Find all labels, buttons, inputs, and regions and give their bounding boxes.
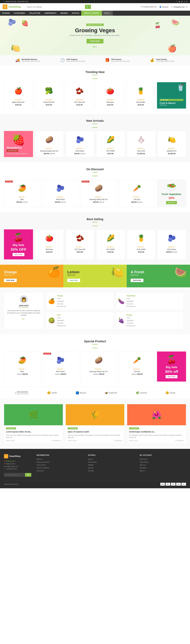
product-card[interactable]: 🥦 ★★★★★ Canon EOS 5D $122.00 — [35, 82, 63, 108]
promo-tag[interactable]: SHOP NOW — [160, 99, 183, 101]
product-card[interactable]: 🍅 ★★★★★ iPod Nano $122.00 — [96, 82, 124, 108]
footer-link[interactable]: Affiliates — [88, 464, 94, 466]
tdot-1[interactable] — [22, 318, 23, 320]
header-cart[interactable]: 🛒 Shopping Cart : 0 — [171, 6, 187, 8]
grapes-link-cats: FruitsVegetablesChocolatePersonal care — [126, 316, 135, 327]
product-img: 🫐 — [159, 232, 184, 245]
footer-link[interactable]: Gift Vouchers — [88, 461, 97, 463]
nav-brands[interactable]: BRANDS — [58, 11, 70, 16]
product-card[interactable]: 🍍 ★★★★☆ iPod Shuffle $122.00 — [127, 230, 155, 260]
brand-butterfly[interactable]: 🦋 butterfly — [105, 391, 117, 394]
banner-orange[interactable]: 🍊 Orange Daily Fruits SHOP NOW — [0, 265, 63, 287]
product-card[interactable]: 🧄 ★★★★☆ Sony VAIO $1,202.00 — [127, 131, 155, 157]
blog-card[interactable]: 🌾 Uncategories Upon of seasons earth The… — [66, 404, 125, 444]
product-card[interactable]: 🌽 ★★★★☆ HP LP3065 $122.00 — [96, 131, 125, 157]
nav-fashion[interactable]: FASHION — [0, 11, 12, 16]
top-bar-left: 📞 ORDER ONLINE +(800) 0000 1234 — [3, 1, 28, 2]
footer-link[interactable]: Terms & Conditions — [37, 467, 49, 469]
product-card[interactable]: 🍅 ★★★★☆ iPod Nano $122.00 — [35, 230, 64, 260]
footer-link[interactable]: Privacy Policy — [37, 464, 46, 466]
product-card[interactable]: 🥔 ★★★★☆ Samsung Galaxy Tab 10.1 $20.00$2… — [35, 131, 64, 157]
brand-branding[interactable]: △ BRANDING GRAPHIC DESIGN — [15, 391, 28, 395]
product-card[interactable]: 🌽 ★★★★☆ HP LP3065 $122.00 — [96, 230, 125, 260]
banner-orange-shop-btn[interactable]: SHOP NOW — [4, 279, 17, 282]
veg-promo-shop-btn[interactable]: Shop Now — [166, 201, 177, 204]
newsletter-input[interactable] — [4, 473, 25, 477]
twitter-icon[interactable]: t — [177, 1, 178, 2]
top-bar: 📞 ORDER ONLINE +(800) 0000 1234 f t ▶ g+… — [0, 0, 190, 3]
product-card[interactable]: 🫐 ★★★★☆ iPod Classic $38.00$122.00 — [66, 131, 94, 157]
header-account[interactable]: 👤 Account — [159, 6, 168, 8]
footer-link[interactable]: Site Map — [88, 470, 94, 472]
footer-link[interactable]: Returns — [140, 470, 145, 472]
trending-promo-card[interactable]: 🥤 SHOP NOW Fresh & Natural TROPICAL — [157, 82, 186, 108]
googleplus-icon[interactable]: g+ — [181, 1, 183, 2]
product-link-kiwi[interactable]: 🥝 Kiwi FruitsVegetablesChocolatePersonal… — [46, 312, 114, 329]
strawberry-featured-card[interactable]: 🍓 Strawberry Find 30% OFF Exclusive Head… — [4, 131, 33, 157]
footer-link[interactable]: About Us — [37, 458, 43, 460]
logo[interactable]: S SmartShop — [3, 4, 23, 9]
product-card[interactable]: 🫐 ★★★★☆ iPod Classic $38.00$122.00 — [42, 180, 79, 207]
nav-collection[interactable]: COLLECTION — [27, 11, 42, 16]
brand-natural[interactable]: 🌿 natural — [136, 391, 147, 394]
product-card[interactable]: 🥕 ★★★★☆ Vivo Ipro $102.00 $26.00 — [119, 352, 155, 382]
youtube-icon[interactable]: ▶ — [179, 1, 180, 2]
product-card[interactable]: 🫘 ★★★☆☆ HTC Touch HD $122.00 — [66, 230, 94, 260]
search-input[interactable] — [25, 5, 85, 9]
nav-flat[interactable]: FLAT > — [102, 11, 113, 16]
blog-card[interactable]: 🌺 Uncategories Scelerisque vestibulum ur… — [127, 404, 186, 444]
footer-link[interactable]: Wish List — [140, 464, 146, 466]
banner-fresh[interactable]: 🍉 A Fresh Daily Fruits SHOP NOW — [127, 265, 190, 287]
nav-accesories[interactable]: ACCESORIES — [12, 11, 27, 16]
nav-components[interactable]: COMPONENTS — [42, 11, 58, 16]
testimonial-dots — [22, 318, 25, 320]
footer-link[interactable]: Order History — [140, 461, 148, 463]
footer-link[interactable]: Specials — [88, 467, 94, 469]
veg-promo-card[interactable]: 🥗 Fresh Vegetables 20% Shop Now — [157, 180, 186, 207]
hero-shop-now-button[interactable]: SHOP NOW — [87, 39, 103, 44]
product-card[interactable]: SALE OUT 🥭 ★★★★☆ iMac $50.00$122.00 — [4, 180, 40, 207]
product-card[interactable]: SALE OUT 🫐 ★★★★☆ iPod Classic $122.00 $3… — [42, 352, 79, 382]
facebook-icon[interactable]: f — [176, 1, 176, 2]
big-sale-card[interactable]: 🍒 Big Sale 30% OFF View Fruits — [4, 230, 33, 260]
product-card[interactable]: 🥔 ★★★★☆ Samsung Galaxy Tab 10.1 $249.00 … — [81, 352, 117, 382]
nav-special-offers[interactable]: SPECIAL OFFERS! — [81, 11, 102, 16]
brand-smile-1[interactable]: 😊 Smile — [47, 391, 57, 394]
product-link-vegetables[interactable]: 🍆 Vegetables FruitsVegetablesChocolatePe… — [116, 292, 183, 310]
banner-lemon-shop-btn[interactable]: SHOP NOW — [67, 279, 80, 282]
product-card[interactable]: 🍍 ★★★★★ iPod Shuffle $122.00 — [126, 82, 155, 108]
nav-outfits[interactable]: OUTFITS — [70, 11, 81, 16]
product-price: $122.00 — [98, 152, 123, 154]
product-card[interactable]: 🍋 ★★★★☆ MacBook Pro $2,000.00 — [157, 131, 186, 157]
product-card[interactable]: SALE OUT 🥔 ★★★★☆ Samsung Galaxy Tab 10.1… — [81, 180, 117, 207]
newsletter-button[interactable]: GO — [25, 473, 31, 477]
banner-lemon[interactable]: 🍋 Lemon Daily Fruits SHOP NOW — [63, 265, 127, 287]
product-link-orange[interactable]: 🍊 Orange FruitsVegetablesChocolatePerson… — [46, 292, 114, 310]
product-link-grapes[interactable]: 🍇 Grapes FruitsVegetablesChocolatePerson… — [116, 312, 183, 329]
product-card[interactable]: 🥕 ★★★★☆ Vivo Ipro $26.00$122.00 — [119, 180, 155, 207]
hero-dot-1[interactable] — [93, 46, 95, 48]
footer-col-links: My Account Order History Wish List Newsl… — [140, 458, 186, 472]
product-card[interactable]: 🍎 ★★★★★ Apple Cinema 30" $122.00 — [4, 82, 33, 108]
brand-brand[interactable]: 🟦 Brand — [76, 391, 86, 394]
special-sale-view-btn[interactable]: View Fruits — [165, 375, 177, 378]
hero-dot-2[interactable] — [95, 46, 97, 48]
footer-link[interactable]: Newsletter — [140, 467, 147, 469]
pinterest-icon[interactable]: p — [184, 1, 185, 2]
special-big-sale-card[interactable]: 🍒 Big Sale 30% off View Fruits — [157, 352, 186, 382]
brand-smile-2[interactable]: 😊 Smile — [165, 391, 175, 394]
search-button[interactable]: 🔍 — [85, 5, 91, 9]
product-card[interactable]: 🫐 ★★★★☆ iPod Classic $38.00$122.00 — [157, 230, 186, 260]
product-card[interactable]: 🥭 ★★★★☆ iMac $122.00 $50.00 — [4, 352, 40, 382]
tdot-2[interactable] — [24, 318, 25, 320]
product-card[interactable]: 🫘 ★★★★★ HTC Touch HD $122.00 — [65, 82, 94, 108]
big-sale-view-btn[interactable]: View Fruits — [13, 253, 25, 256]
footer-link[interactable]: Delivery Information — [37, 461, 50, 463]
footer-link[interactable]: Contact Us — [37, 470, 44, 472]
instagram-icon[interactable]: in — [186, 1, 187, 2]
special-sale-discount: 30% off — [165, 370, 178, 374]
blog-card[interactable]: 🌿 Uncategories Lorem ipsum dolor sit am.… — [4, 404, 63, 444]
footer-link[interactable]: My Account — [140, 458, 147, 460]
banner-fresh-shop-btn[interactable]: SHOP NOW — [131, 279, 143, 282]
footer-link[interactable]: Brands — [88, 458, 93, 460]
